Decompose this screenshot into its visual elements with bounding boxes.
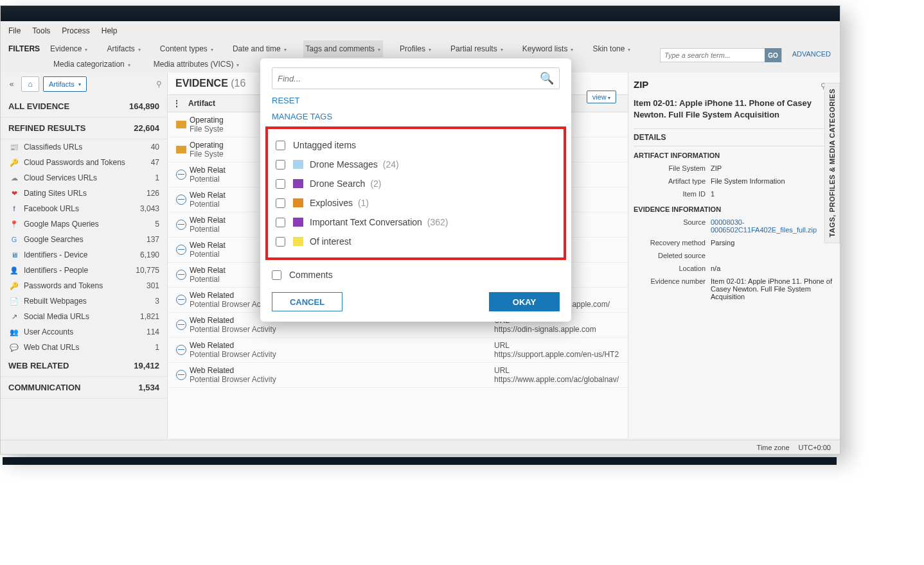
sidebar-item-icon: 🔑 bbox=[8, 281, 20, 290]
sidebar-item[interactable]: ❤Dating Sites URLs126 bbox=[1, 186, 167, 201]
filter-tags-comments[interactable]: Tags and comments bbox=[303, 40, 383, 57]
sidebar-item[interactable]: 🔑Cloud Passwords and Tokens47 bbox=[1, 155, 167, 170]
folder-icon bbox=[176, 146, 186, 153]
sidebar-item-count: 6,190 bbox=[140, 250, 159, 259]
filter-skin-tone[interactable]: Skin tone bbox=[590, 40, 633, 57]
tag-checkbox[interactable] bbox=[276, 179, 285, 189]
sidebar: « ⌂ Artifacts ⚲ ALL EVIDENCE 164,890 REF… bbox=[1, 73, 168, 439]
tag-name: Untagged items bbox=[293, 140, 356, 150]
timezone-value: UTC+0:00 bbox=[799, 444, 831, 451]
okay-button[interactable]: OKAY bbox=[489, 292, 560, 311]
sidebar-item-count: 40 bbox=[151, 143, 159, 152]
sidebar-item[interactable]: ↗Social Media URLs1,821 bbox=[1, 309, 167, 324]
tag-row[interactable]: Explosives(1) bbox=[276, 193, 556, 213]
cancel-button[interactable]: CANCEL bbox=[272, 292, 342, 311]
tag-row[interactable]: Important Text Conversation(362) bbox=[276, 213, 556, 232]
sidebar-item-icon: 📄 bbox=[8, 297, 20, 306]
sidebar-item[interactable]: 👤Identifiers - People10,775 bbox=[1, 263, 167, 278]
tag-name: Important Text Conversation bbox=[310, 217, 422, 227]
group-web-related[interactable]: WEB RELATED 19,412 bbox=[1, 355, 167, 377]
details-panel: ZIP ⚲ » Item 02-01: Apple iPhone 11. Pho… bbox=[628, 73, 840, 439]
comments-checkbox[interactable] bbox=[272, 270, 281, 280]
app-window: File Tools Process Help FILTERS Evidence… bbox=[0, 5, 840, 455]
tag-checkbox[interactable] bbox=[276, 237, 285, 247]
filter-evidence[interactable]: Evidence bbox=[48, 40, 90, 57]
popup-find-box: 🔍 bbox=[272, 67, 560, 89]
sidebar-item[interactable]: GGoogle Searches137 bbox=[1, 232, 167, 247]
menu-file[interactable]: File bbox=[8, 26, 21, 35]
tag-row[interactable]: Untagged items bbox=[276, 135, 556, 155]
sidebar-item[interactable]: 📰Classifieds URLs40 bbox=[1, 139, 167, 155]
tag-name: Explosives bbox=[310, 198, 353, 208]
view-dropdown[interactable]: view bbox=[587, 91, 616, 103]
tag-row[interactable]: Drone Messages(24) bbox=[276, 155, 556, 174]
folder-icon bbox=[176, 121, 186, 128]
filter-artifacts[interactable]: Artifacts bbox=[104, 40, 143, 57]
menu-help[interactable]: Help bbox=[102, 26, 118, 35]
search-box: GO bbox=[660, 48, 782, 62]
sidebar-item[interactable]: 🖥Identifiers - Device6,190 bbox=[1, 247, 167, 263]
sidebar-item-count: 301 bbox=[147, 281, 159, 290]
tags-popup: 🔍 RESET MANAGE TAGS Untagged itemsDrone … bbox=[260, 58, 571, 322]
group-communication[interactable]: COMMUNICATION 1,534 bbox=[1, 377, 167, 399]
filter-date-time[interactable]: Date and time bbox=[230, 40, 289, 57]
table-row[interactable]: Web RelatedPotential Browser ActivityURL… bbox=[168, 338, 628, 363]
sidebar-item-count: 47 bbox=[151, 158, 159, 167]
tag-checkbox[interactable] bbox=[276, 218, 285, 227]
popup-reset-link[interactable]: RESET bbox=[272, 96, 560, 105]
sidebar-item-label: Rebuilt Webpages bbox=[24, 297, 155, 306]
sidebar-item[interactable]: 🔑Passwords and Tokens301 bbox=[1, 278, 167, 293]
filter-keyword-lists[interactable]: Keyword lists bbox=[520, 40, 576, 57]
tag-checkbox[interactable] bbox=[276, 141, 285, 150]
menu-process[interactable]: Process bbox=[62, 26, 89, 35]
sidebar-item-icon: ↗ bbox=[8, 312, 20, 321]
refined-results-row[interactable]: REFINED RESULTS 22,604 bbox=[1, 117, 167, 139]
tag-checkbox[interactable] bbox=[276, 198, 285, 208]
menu-tools[interactable]: Tools bbox=[32, 26, 50, 35]
sidebar-item-label: Classifieds URLs bbox=[24, 143, 151, 152]
advanced-search-link[interactable]: ADVANCED bbox=[792, 50, 831, 58]
comments-row[interactable]: Comments bbox=[272, 265, 560, 284]
table-row[interactable]: Web RelatedPotential Browser ActivityURL… bbox=[168, 363, 628, 388]
menu-bar: File Tools Process Help bbox=[1, 21, 840, 40]
tag-color-swatch bbox=[293, 237, 303, 246]
home-button[interactable]: ⌂ bbox=[21, 76, 39, 92]
globe-icon bbox=[176, 370, 186, 380]
all-evidence-row[interactable]: ALL EVIDENCE 164,890 bbox=[1, 96, 167, 117]
tag-row[interactable]: Drone Search(2) bbox=[276, 174, 556, 193]
side-tab-tags-profiles[interactable]: TAGS, PROFILES & MEDIA CATEGORIES bbox=[824, 83, 840, 243]
status-bar: Time zone UTC+0:00 bbox=[1, 440, 840, 454]
sidebar-item-count: 3 bbox=[155, 297, 159, 306]
popup-find-input[interactable] bbox=[278, 74, 540, 83]
sidebar-item[interactable]: 📄Rebuilt Webpages3 bbox=[1, 293, 167, 309]
sidebar-item-label: Google Maps Queries bbox=[24, 220, 155, 229]
search-go-button[interactable]: GO bbox=[765, 48, 781, 62]
sidebar-item[interactable]: fFacebook URLs3,043 bbox=[1, 201, 167, 216]
popup-manage-tags-link[interactable]: MANAGE TAGS bbox=[272, 112, 560, 121]
filter-content-types[interactable]: Content types bbox=[157, 40, 216, 57]
sidebar-search-icon[interactable]: ⚲ bbox=[156, 80, 162, 89]
sidebar-item-icon: 💬 bbox=[8, 343, 20, 352]
sidebar-item[interactable]: 👥User Accounts114 bbox=[1, 324, 167, 340]
sidebar-item[interactable]: 📍Google Maps Queries5 bbox=[1, 216, 167, 232]
collapse-sidebar-icon[interactable]: « bbox=[6, 80, 17, 89]
tag-row[interactable]: Of interest bbox=[276, 232, 556, 251]
search-input[interactable] bbox=[661, 51, 765, 59]
detail-row: Source00008030-0006502C11FA402E_files_fu… bbox=[634, 216, 835, 236]
artifacts-dropdown[interactable]: Artifacts bbox=[43, 76, 87, 92]
sidebar-item-count: 10,775 bbox=[136, 266, 159, 275]
filter-profiles[interactable]: Profiles bbox=[397, 40, 434, 57]
filter-media-attributes[interactable]: Media attributes (VICS) bbox=[151, 57, 242, 71]
search-icon[interactable]: 🔍 bbox=[540, 71, 554, 85]
sidebar-item[interactable]: ☁Cloud Services URLs1 bbox=[1, 170, 167, 186]
sidebar-item-label: Web Chat URLs bbox=[24, 343, 155, 352]
item-title: Item 02-01: Apple iPhone 11. Phone of Ca… bbox=[634, 98, 835, 121]
sidebar-item-count: 5 bbox=[155, 220, 159, 229]
all-evidence-count: 164,890 bbox=[129, 101, 159, 111]
tag-checkbox[interactable] bbox=[276, 160, 285, 170]
filter-partial-results[interactable]: Partial results bbox=[448, 40, 506, 57]
tags-highlight-box: Untagged itemsDrone Messages(24)Drone Se… bbox=[265, 126, 566, 260]
details-section-header[interactable]: DETAILS⌃ bbox=[634, 128, 835, 146]
filter-media-categorization[interactable]: Media categorization bbox=[51, 57, 133, 71]
sidebar-item[interactable]: 💬Web Chat URLs1 bbox=[1, 340, 167, 355]
